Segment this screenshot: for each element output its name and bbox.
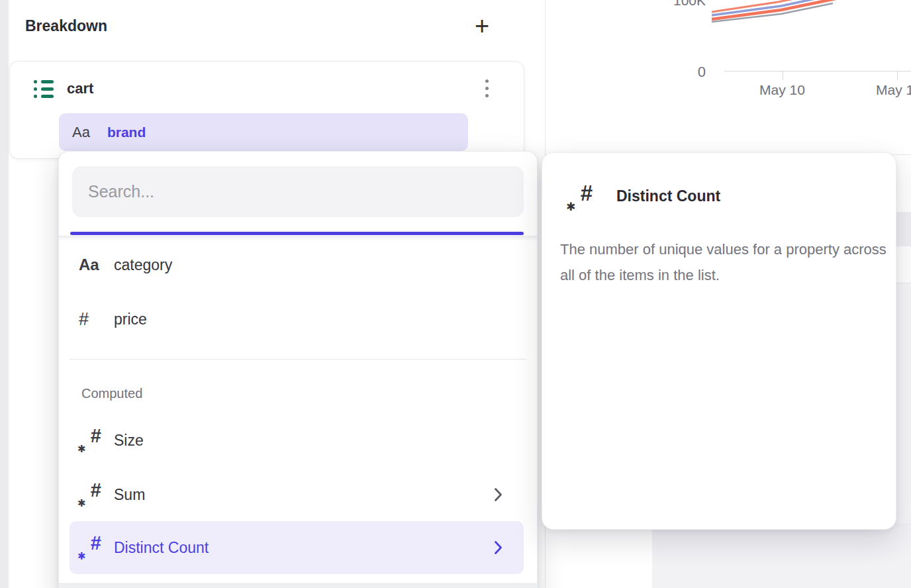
property-option-category[interactable]: Aa category bbox=[70, 238, 524, 292]
x-axis-label-may1: May 1 bbox=[876, 82, 911, 98]
computed-number-icon: #✱ bbox=[79, 426, 101, 454]
option-label: category bbox=[114, 256, 172, 274]
text-type-icon: Aa bbox=[79, 256, 99, 274]
list-icon bbox=[34, 80, 54, 98]
option-label: Sum bbox=[114, 486, 145, 504]
list-property-name: cart bbox=[67, 80, 93, 97]
number-type-icon: # bbox=[79, 309, 89, 330]
next-section-edge bbox=[59, 584, 537, 588]
computed-number-icon: #✱ bbox=[79, 481, 101, 509]
tooltip-description: The number of unique values for a proper… bbox=[560, 236, 891, 288]
property-dropdown: Aa category # price Computed #✱ Size #✱ … bbox=[58, 151, 538, 588]
option-label: Size bbox=[114, 432, 144, 450]
app-root: 100K 0 May 10 May 1 Breakdown + cart Aa … bbox=[0, 0, 911, 588]
card-options-button[interactable] bbox=[476, 72, 497, 104]
breakdown-section-title: Breakdown bbox=[25, 17, 107, 35]
search-input[interactable] bbox=[72, 166, 524, 217]
computed-number-icon: #✱ bbox=[567, 182, 593, 213]
table-background bbox=[652, 523, 911, 588]
computed-option-distinct-count[interactable]: #✱ Distinct Count bbox=[70, 521, 524, 574]
x-axis-label-may10: May 10 bbox=[759, 82, 805, 98]
breakdown-card: cart Aa brand bbox=[9, 61, 524, 159]
x-axis-tickmark bbox=[783, 71, 783, 80]
line-chart bbox=[712, 0, 844, 30]
option-label: price bbox=[114, 311, 147, 328]
kebab-icon bbox=[485, 79, 489, 83]
add-breakdown-button[interactable]: + bbox=[469, 13, 495, 40]
distinct-count-tooltip: #✱ Distinct Count The number of unique v… bbox=[542, 152, 896, 530]
property-option-price[interactable]: # price bbox=[70, 292, 524, 346]
active-tab-indicator bbox=[70, 232, 524, 235]
plus-icon: + bbox=[475, 13, 489, 38]
chevron-right-icon bbox=[494, 540, 503, 555]
selected-property-name: brand bbox=[107, 124, 146, 140]
text-type-icon: Aa bbox=[72, 124, 90, 141]
x-axis-tickmark bbox=[897, 71, 898, 80]
computed-option-size[interactable]: #✱ Size bbox=[70, 413, 524, 467]
section-divider bbox=[70, 359, 526, 360]
computed-option-sum[interactable]: #✱ Sum bbox=[70, 467, 524, 522]
computed-number-icon: #✱ bbox=[79, 534, 101, 562]
chevron-right-icon bbox=[494, 487, 503, 502]
x-axis-line bbox=[724, 71, 911, 72]
option-label: Distinct Count bbox=[114, 539, 209, 557]
selected-breakdown-property[interactable]: Aa brand bbox=[59, 113, 468, 151]
tooltip-title: Distinct Count bbox=[616, 187, 720, 205]
y-axis-tick-0: 0 bbox=[666, 64, 706, 81]
page-left-gutter bbox=[0, 0, 9, 588]
computed-section-label: Computed bbox=[81, 386, 142, 401]
y-axis-tick-100k: 100K bbox=[666, 0, 706, 9]
